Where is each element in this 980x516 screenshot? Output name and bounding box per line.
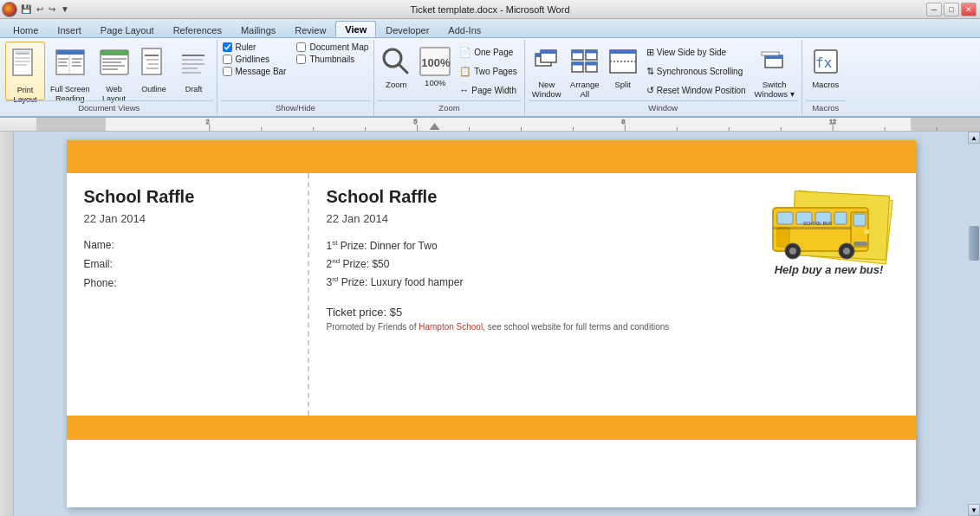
scroll-thumb[interactable] (969, 226, 979, 261)
page-width-btn[interactable]: ↔ Page Width (456, 81, 520, 99)
document-map-checkbox[interactable]: Document Map (295, 42, 370, 53)
document-views-buttons: PrintLayout Fu (5, 42, 213, 100)
zoom-btn[interactable]: Zoom (378, 42, 414, 100)
draft-btn[interactable]: Draft (175, 42, 213, 100)
minimize-btn[interactable]: ─ (926, 3, 942, 16)
document-scroll[interactable]: School Raffle 22 Jan 2014 Name: Email: P… (14, 132, 968, 516)
svg-rect-78 (777, 212, 793, 224)
quick-access-toolbar: 💾 ↩ ↪ ▼ (19, 3, 71, 15)
message-bar-checkbox[interactable]: Message Bar (221, 66, 289, 77)
svg-rect-49 (765, 55, 782, 59)
stub-date: 22 Jan 2014 (84, 212, 290, 225)
group-show-hide-label: Show/Hide (221, 100, 371, 114)
outline-btn[interactable]: Outline (135, 42, 173, 100)
ruler-checkbox[interactable]: Ruler (221, 42, 289, 53)
svg-rect-36 (541, 50, 556, 54)
thumbnails-check-input[interactable] (296, 55, 306, 64)
tab-review[interactable]: Review (285, 22, 335, 37)
undo-quick-btn[interactable]: ↩ (35, 3, 45, 15)
full-screen-btn[interactable]: Full ScreenReading (47, 42, 94, 100)
svg-rect-55 (106, 118, 911, 132)
switch-windows-icon (760, 47, 789, 78)
svg-rect-88 (853, 242, 867, 246)
two-pages-label: Two Pages (474, 67, 516, 76)
svg-rect-42 (572, 62, 583, 66)
scroll-up-arrow[interactable]: ▲ (968, 132, 980, 144)
svg-text:8: 8 (621, 119, 625, 125)
ticket-body: School Raffle 22 Jan 2014 Name: Email: P… (67, 173, 916, 416)
tab-developer[interactable]: Developer (376, 22, 438, 37)
macros-btn[interactable]: fx Macros (806, 42, 846, 100)
save-quick-btn[interactable]: 💾 (19, 3, 33, 15)
view-side-label: View Side by Side (657, 48, 726, 57)
web-layout-btn[interactable]: WebLayout (95, 42, 133, 100)
thumbnails-checkbox[interactable]: Thumbnails (295, 54, 370, 65)
svg-rect-53 (36, 118, 106, 132)
document-map-check-input[interactable] (296, 42, 306, 52)
svg-text:SCHOOL BUS: SCHOOL BUS (803, 221, 833, 226)
sync-scroll-icon: ⇅ (646, 66, 654, 77)
tab-add-ins[interactable]: Add-Ins (438, 22, 490, 37)
outline-label: Outline (141, 85, 166, 94)
ticket-top-bar (67, 140, 916, 173)
tab-home[interactable]: Home (3, 22, 48, 37)
svg-rect-16 (101, 50, 128, 55)
print-layout-icon (10, 48, 41, 84)
window-right-btns: ⊞ View Side by Side ⇅ Synchronous Scroll… (643, 43, 750, 99)
maximize-btn[interactable]: □ (944, 3, 959, 16)
gridlines-checkbox[interactable]: Gridlines (221, 54, 289, 65)
macros-icon: fx (811, 47, 840, 78)
ticket-bottom-bar (67, 416, 916, 440)
group-macros: fx Macros Macros (802, 40, 849, 116)
split-icon (608, 47, 638, 78)
svg-rect-19 (102, 65, 125, 67)
group-document-views: PrintLayout Fu (2, 40, 217, 116)
split-btn[interactable]: Split (605, 42, 641, 100)
print-layout-btn[interactable]: PrintLayout (5, 42, 45, 100)
new-window-icon (532, 47, 561, 78)
close-btn[interactable]: ✕ (961, 3, 977, 16)
zoom-100-btn[interactable]: 100% 100% (416, 42, 454, 100)
stub-email-field: Email: (84, 258, 290, 270)
tab-insert[interactable]: Insert (48, 22, 91, 37)
more-quick-btn[interactable]: ▼ (59, 3, 71, 15)
switch-windows-btn[interactable]: SwitchWindows ▾ (751, 42, 798, 100)
synchronous-scrolling-btn[interactable]: ⇅ Synchronous Scrolling (643, 62, 750, 80)
view-side-by-side-btn[interactable]: ⊞ View Side by Side (643, 43, 750, 61)
two-pages-btn[interactable]: 📋 Two Pages (456, 62, 520, 80)
arrange-all-btn[interactable]: ArrangeAll (567, 42, 603, 100)
group-macros-label: Macros (806, 100, 846, 114)
tab-mailings[interactable]: Mailings (231, 22, 285, 37)
bus-slogan: Help buy a new bus! (775, 263, 884, 276)
svg-rect-20 (102, 68, 118, 70)
arrange-all-label: ArrangeAll (570, 80, 600, 100)
ruler-check-input[interactable] (223, 42, 232, 52)
outline-icon (139, 47, 170, 83)
svg-rect-40 (586, 50, 597, 54)
show-hide-col1: Ruler Gridlines Message Bar (221, 42, 289, 77)
zoom-100-label: 100% (425, 78, 445, 87)
tab-references[interactable]: References (164, 22, 231, 37)
new-window-btn[interactable]: NewWindow (529, 42, 565, 100)
reset-window-btn[interactable]: ↺ Reset Window Position (643, 81, 750, 99)
ribbon: PrintLayout Fu (0, 38, 980, 118)
message-bar-check-input[interactable] (223, 67, 232, 76)
svg-rect-89 (864, 229, 869, 234)
office-button[interactable] (2, 2, 17, 17)
promo-link[interactable]: Hampton School (419, 322, 483, 332)
full-screen-icon (55, 47, 86, 83)
one-page-btn[interactable]: 📄 One Page (456, 43, 520, 61)
tab-page-layout[interactable]: Page Layout (91, 22, 164, 37)
tab-view[interactable]: View (335, 21, 376, 37)
svg-rect-54 (911, 118, 980, 132)
vertical-scrollbar[interactable]: ▲ ▼ (968, 132, 980, 516)
svg-rect-38 (572, 50, 583, 54)
svg-rect-82 (853, 214, 866, 226)
scroll-down-arrow[interactable]: ▼ (968, 504, 980, 516)
document-page: School Raffle 22 Jan 2014 Name: Email: P… (67, 140, 916, 507)
gridlines-check-input[interactable] (223, 55, 232, 64)
group-zoom: Zoom 100% 100% 📄 One Page 📋 Two Pages ↔ (374, 40, 524, 116)
svg-rect-5 (16, 53, 29, 55)
window-controls: ─ □ ✕ (926, 3, 977, 16)
redo-quick-btn[interactable]: ↪ (47, 3, 57, 15)
